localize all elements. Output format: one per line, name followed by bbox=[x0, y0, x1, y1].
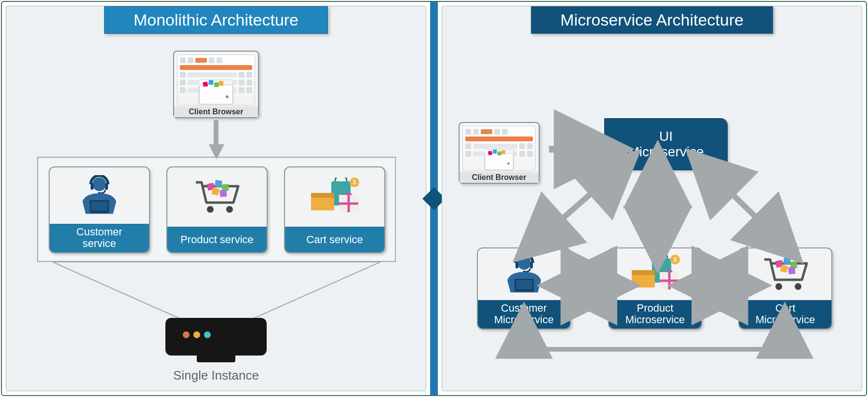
product-service-card: Product service bbox=[166, 166, 268, 253]
support-agent-icon bbox=[78, 175, 121, 216]
svg-line-31 bbox=[539, 172, 616, 240]
arrows-right bbox=[442, 6, 862, 391]
microservice-panel: Microservice Architecture Client Browser… bbox=[442, 6, 862, 391]
customer-microservice-label: Customer Microservice bbox=[478, 300, 570, 329]
product-microservice-card: Product Microservice bbox=[608, 247, 702, 329]
ui-microservice-label: UI Microservice bbox=[628, 129, 704, 160]
shop-overlay-icon bbox=[484, 149, 514, 170]
product-service-label: Product service bbox=[167, 227, 267, 252]
shopping-cart-icon bbox=[761, 255, 810, 293]
shop-overlay-icon bbox=[199, 80, 233, 105]
shopping-bags-icon bbox=[629, 255, 682, 293]
server-icon bbox=[165, 318, 267, 356]
funnel-shape bbox=[53, 262, 380, 320]
cart-microservice-label: Cart Microservice bbox=[739, 300, 831, 329]
customer-service-card: Customer service bbox=[49, 166, 150, 253]
monolithic-panel: Monolithic Architecture Client Browser C… bbox=[6, 6, 426, 391]
customer-microservice-card: Customer Microservice bbox=[477, 247, 571, 329]
svg-marker-29 bbox=[53, 262, 380, 320]
shopping-cart-icon bbox=[193, 178, 241, 216]
cart-microservice-card: Cart Microservice bbox=[738, 247, 832, 329]
client-browser-label: Client Browser bbox=[174, 107, 258, 117]
client-browser-label-right: Client Browser bbox=[460, 172, 539, 183]
panel-divider bbox=[430, 2, 438, 395]
product-microservice-label: Product Microservice bbox=[609, 300, 701, 329]
single-instance-label: Single Instance bbox=[173, 368, 259, 383]
cart-service-label: Cart service bbox=[285, 227, 384, 252]
client-browser-card: Client Browser bbox=[173, 51, 259, 118]
customer-service-label: Customer service bbox=[50, 224, 149, 252]
cart-service-card: Cart service bbox=[284, 166, 385, 253]
microservice-title: Microservice Architecture bbox=[531, 6, 773, 34]
monolithic-title: Monolithic Architecture bbox=[104, 6, 328, 34]
svg-line-33 bbox=[710, 172, 779, 240]
ui-microservice-box: UI Microservice bbox=[604, 118, 728, 170]
client-browser-card-right: Client Browser bbox=[459, 122, 540, 184]
shopping-bags-icon bbox=[308, 178, 361, 216]
support-agent-icon bbox=[502, 254, 546, 295]
